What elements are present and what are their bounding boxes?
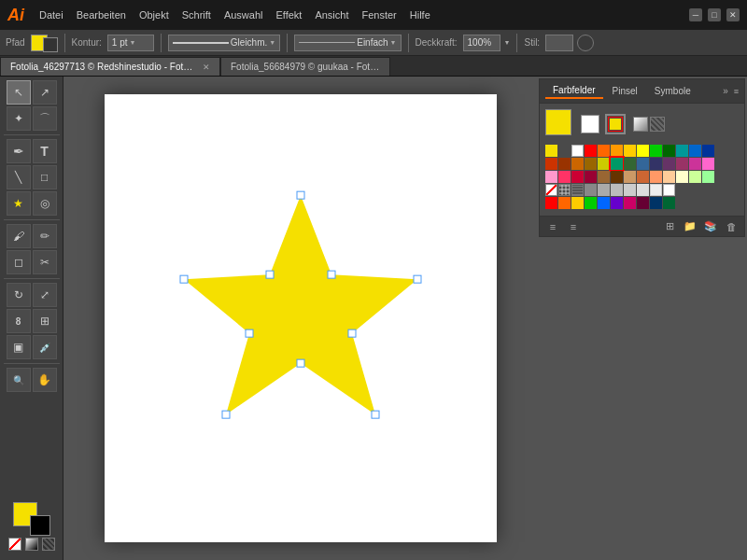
swatch-r2-12[interactable] bbox=[689, 158, 701, 170]
swatch-r4-10[interactable] bbox=[663, 184, 675, 196]
swatch-r4-7[interactable] bbox=[624, 184, 636, 196]
swatch-r5-3[interactable] bbox=[571, 197, 584, 209]
lasso-tool[interactable]: ⌒ bbox=[33, 106, 57, 131]
swatch-r4-4[interactable] bbox=[585, 184, 597, 196]
swatch-r3-7[interactable] bbox=[624, 171, 636, 183]
swatch-r4-5[interactable] bbox=[598, 184, 610, 196]
swatch-r4-8[interactable] bbox=[637, 184, 649, 196]
panel-icon-grid[interactable]: ≡ bbox=[566, 221, 581, 232]
pencil-tool[interactable]: ✏ bbox=[33, 224, 57, 248]
swatch-r3-2[interactable] bbox=[558, 171, 571, 183]
direct-selection-tool[interactable]: ↗ bbox=[33, 80, 57, 105]
swatch-r5-6[interactable] bbox=[611, 197, 623, 209]
swatch-darkblue[interactable] bbox=[702, 145, 714, 157]
swatch-r3-4[interactable] bbox=[585, 171, 597, 183]
opacity-value[interactable]: 100% bbox=[463, 35, 500, 51]
swatch-r3-1[interactable] bbox=[545, 171, 557, 183]
minimize-button[interactable]: ─ bbox=[689, 8, 702, 21]
swatch-r2-9[interactable] bbox=[650, 158, 662, 170]
flare-tool[interactable]: ◎ bbox=[33, 191, 57, 216]
star-container[interactable] bbox=[165, 176, 436, 449]
zoom-tool[interactable]: 🔍 bbox=[7, 368, 31, 392]
close-button[interactable]: ✕ bbox=[726, 8, 740, 21]
menu-schrift[interactable]: Schrift bbox=[182, 9, 211, 21]
panel-tab-pinsel[interactable]: Pinsel bbox=[605, 84, 645, 98]
swatch-yellow[interactable] bbox=[545, 145, 557, 157]
swatch-r5-1[interactable] bbox=[545, 197, 557, 209]
panel-icon-folder[interactable]: 📁 bbox=[683, 220, 698, 232]
gradient-swatch[interactable] bbox=[25, 538, 38, 551]
style-box[interactable] bbox=[545, 35, 573, 51]
swatch-r2-6[interactable] bbox=[611, 158, 623, 170]
swatch-r3-6[interactable] bbox=[611, 171, 623, 183]
stroke-size-dropdown[interactable]: 1 pt ▼ bbox=[107, 35, 154, 51]
swatch-r5-4[interactable] bbox=[585, 197, 597, 209]
tab-2[interactable]: Fotolia_56684979 © guukaa - Fotolia.com.… bbox=[220, 57, 390, 76]
panel-icon-trash[interactable]: 🗑 bbox=[724, 221, 739, 232]
swatch-r3-5[interactable] bbox=[598, 171, 610, 183]
gradient-mode-icon[interactable] bbox=[633, 117, 648, 132]
swatch-r5-7[interactable] bbox=[624, 197, 636, 209]
hand-tool[interactable]: ✋ bbox=[33, 368, 57, 392]
gradient-tool[interactable]: ▣ bbox=[7, 335, 31, 359]
swatch-r5-10[interactable] bbox=[663, 197, 675, 209]
swatch-noise[interactable] bbox=[558, 184, 571, 196]
swatch-r2-10[interactable] bbox=[663, 158, 675, 170]
swatch-dark[interactable] bbox=[558, 145, 571, 157]
style-globe[interactable] bbox=[577, 35, 594, 51]
magic-wand-tool[interactable]: ✦ bbox=[7, 106, 31, 131]
rotate-tool[interactable]: ↻ bbox=[7, 283, 31, 307]
menu-auswahl[interactable]: Auswahl bbox=[224, 9, 263, 21]
swatch-r3-11[interactable] bbox=[676, 171, 688, 183]
stroke-swatch-active[interactable] bbox=[581, 115, 599, 133]
tab-1-close[interactable]: ✕ bbox=[203, 63, 210, 72]
eyedropper-tool[interactable]: 💉 bbox=[33, 335, 57, 359]
swatch-gold[interactable] bbox=[624, 145, 636, 157]
swatch-r3-12[interactable] bbox=[689, 171, 701, 183]
fill-swatch-active[interactable] bbox=[545, 109, 571, 135]
menu-hilfe[interactable]: Hilfe bbox=[410, 9, 430, 21]
panel-tab-farbfelder[interactable]: Farbfelder bbox=[545, 83, 603, 99]
stroke-style-dropdown[interactable]: Einfach ▼ bbox=[294, 35, 401, 51]
menu-ansicht[interactable]: Ansicht bbox=[315, 9, 348, 21]
opacity-arrow[interactable]: ▼ bbox=[504, 39, 511, 46]
swatch-r2-1[interactable] bbox=[545, 158, 557, 170]
panel-menu-button[interactable]: ≡ bbox=[734, 87, 739, 96]
swatch-r2-11[interactable] bbox=[676, 158, 688, 170]
swatch-orange2[interactable] bbox=[611, 145, 623, 157]
menu-bearbeiten[interactable]: Bearbeiten bbox=[77, 9, 126, 21]
menu-effekt[interactable]: Effekt bbox=[275, 9, 302, 21]
menu-fenster[interactable]: Fenster bbox=[361, 9, 396, 21]
swatch-r2-13[interactable] bbox=[702, 158, 714, 170]
pattern-swatch[interactable] bbox=[42, 538, 55, 551]
panel-expand-button[interactable]: » bbox=[723, 86, 728, 96]
panel-icon-lib[interactable]: 📚 bbox=[703, 220, 718, 232]
swatch-r2-2[interactable] bbox=[558, 158, 571, 170]
swatch-r3-13[interactable] bbox=[702, 171, 714, 183]
swatch-r3-9[interactable] bbox=[650, 171, 662, 183]
swatch-r4-9[interactable] bbox=[650, 184, 662, 196]
swatch-r5-5[interactable] bbox=[598, 197, 610, 209]
blend-tool[interactable]: 8 bbox=[7, 309, 31, 333]
pattern-mode-icon[interactable] bbox=[650, 117, 665, 132]
swatch-r2-5[interactable] bbox=[598, 158, 610, 170]
swatch-r3-10[interactable] bbox=[663, 171, 675, 183]
swatch-r4-6[interactable] bbox=[611, 184, 623, 196]
swatch-r2-3[interactable] bbox=[571, 158, 584, 170]
menu-objekt[interactable]: Objekt bbox=[139, 9, 169, 21]
none-swatch[interactable] bbox=[8, 538, 21, 551]
stroke-type-dropdown[interactable]: Gleichm. ▼ bbox=[168, 35, 280, 51]
selected-swatch-box[interactable] bbox=[605, 114, 626, 134]
swatch-teal[interactable] bbox=[676, 145, 688, 157]
swatch-r5-2[interactable] bbox=[558, 197, 571, 209]
shape-tool[interactable]: □ bbox=[33, 165, 57, 189]
swatch-blue[interactable] bbox=[689, 145, 701, 157]
selection-tool[interactable]: ↖ bbox=[7, 80, 31, 105]
stroke-color-swatch[interactable] bbox=[43, 37, 58, 52]
pen-tool[interactable]: ✒ bbox=[7, 139, 31, 163]
swatch-r2-8[interactable] bbox=[637, 158, 649, 170]
eraser-tool[interactable]: ◻ bbox=[7, 250, 31, 274]
swatch-r5-8[interactable] bbox=[637, 197, 649, 209]
swatch-noise2[interactable] bbox=[571, 184, 584, 196]
swatch-orange[interactable] bbox=[598, 145, 610, 157]
